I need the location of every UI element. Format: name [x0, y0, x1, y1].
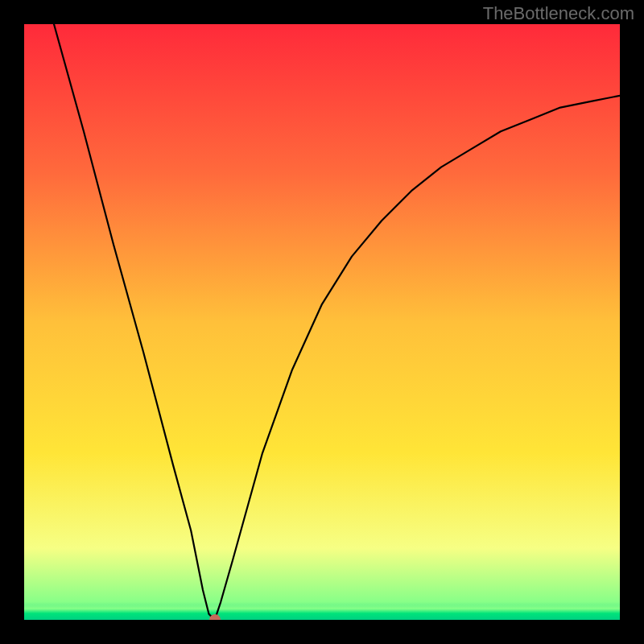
plot-area: [24, 24, 620, 620]
chart-frame: TheBottleneck.com: [0, 0, 644, 644]
optimal-point-marker: [209, 614, 221, 620]
bottleneck-curve: [24, 24, 620, 620]
watermark-text: TheBottleneck.com: [483, 3, 634, 24]
